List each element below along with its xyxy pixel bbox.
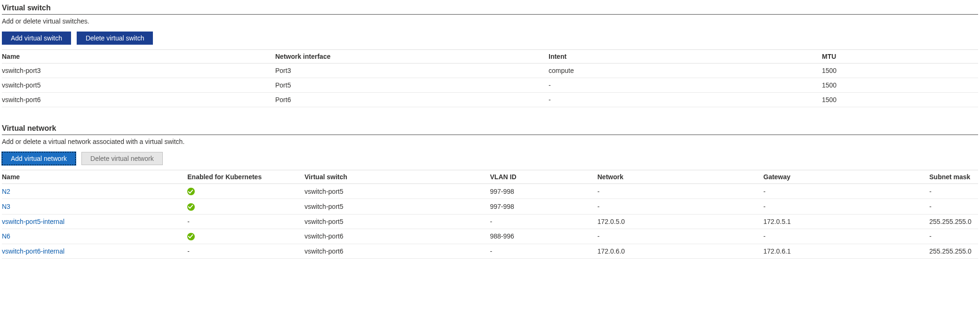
cell-vlan: 988-996: [490, 229, 598, 244]
virtual-switch-table: Name Network interface Intent MTU vswitc…: [2, 49, 978, 107]
virtual-network-link[interactable]: vswitch-port5-internal: [2, 218, 64, 225]
virtual-switch-button-row: Add virtual switch Delete virtual switch: [2, 32, 978, 45]
col-header-name[interactable]: Name: [2, 50, 275, 64]
cell-vlan: -: [490, 244, 598, 258]
col-header-net[interactable]: Network: [598, 170, 764, 184]
virtual-network-title: Virtual network: [2, 124, 978, 135]
cell-gw: -: [764, 184, 930, 199]
virtual-switch-section: Virtual switch Add or delete virtual swi…: [2, 4, 978, 107]
cell-mtu: 1500: [822, 93, 978, 107]
cell-mask: 255.255.255.0: [929, 244, 978, 258]
virtual-network-section: Virtual network Add or delete a virtual …: [2, 124, 978, 259]
col-header-name[interactable]: Name: [2, 170, 187, 184]
virtual-network-desc: Add or delete a virtual network associat…: [2, 138, 978, 145]
cell-mask: 255.255.255.0: [929, 214, 978, 229]
delete-virtual-network-button: Delete virtual network: [81, 152, 163, 165]
cell-intent: -: [549, 78, 822, 93]
virtual-network-link[interactable]: N3: [2, 203, 10, 210]
table-row[interactable]: N6 vswitch-port6 988-996 - - -: [2, 229, 978, 244]
cell-vlan: 997-998: [490, 199, 598, 214]
virtual-switch-title: Virtual switch: [2, 4, 978, 15]
cell-vs: vswitch-port6: [304, 244, 490, 258]
table-row[interactable]: N2 vswitch-port5 997-998 - - -: [2, 184, 978, 199]
cell-nif: Port3: [275, 64, 549, 78]
cell-k8s: -: [187, 244, 304, 258]
cell-mask: -: [929, 229, 978, 244]
cell-gw: 172.0.5.1: [764, 214, 930, 229]
cell-mtu: 1500: [822, 64, 978, 78]
cell-net: 172.0.5.0: [598, 214, 764, 229]
check-circle-icon: [187, 233, 195, 240]
virtual-switch-desc: Add or delete virtual switches.: [2, 17, 978, 25]
cell-name: vswitch-port6: [2, 93, 275, 107]
cell-vlan: 997-998: [490, 184, 598, 199]
cell-net: -: [598, 229, 764, 244]
cell-k8s: -: [187, 214, 304, 229]
cell-gw: 172.0.6.1: [764, 244, 930, 258]
table-row[interactable]: vswitch-port3 Port3 compute 1500: [2, 64, 978, 78]
cell-nif: Port5: [275, 78, 549, 93]
col-header-intent[interactable]: Intent: [549, 50, 822, 64]
col-header-mtu[interactable]: MTU: [822, 50, 978, 64]
cell-name: vswitch-port3: [2, 64, 275, 78]
cell-mtu: 1500: [822, 78, 978, 93]
cell-mask: -: [929, 184, 978, 199]
col-header-vlan[interactable]: VLAN ID: [490, 170, 598, 184]
virtual-network-link[interactable]: vswitch-port6-internal: [2, 247, 64, 255]
cell-nif: Port6: [275, 93, 549, 107]
cell-vs: vswitch-port5: [304, 199, 490, 214]
cell-net: -: [598, 199, 764, 214]
virtual-network-button-row: Add virtual network Delete virtual netwo…: [2, 152, 978, 165]
virtual-network-link[interactable]: N6: [2, 232, 10, 240]
cell-vs: vswitch-port5: [304, 184, 490, 199]
col-header-vs[interactable]: Virtual switch: [304, 170, 490, 184]
cell-vlan: -: [490, 214, 598, 229]
add-virtual-switch-button[interactable]: Add virtual switch: [2, 32, 71, 45]
virtual-network-link[interactable]: N2: [2, 188, 10, 195]
cell-gw: -: [764, 199, 930, 214]
table-row[interactable]: vswitch-port5 Port5 - 1500: [2, 78, 978, 93]
col-header-gw[interactable]: Gateway: [764, 170, 930, 184]
col-header-nif[interactable]: Network interface: [275, 50, 549, 64]
cell-name: vswitch-port5: [2, 78, 275, 93]
col-header-mask[interactable]: Subnet mask: [929, 170, 978, 184]
cell-intent: compute: [549, 64, 822, 78]
table-row[interactable]: vswitch-port6 Port6 - 1500: [2, 93, 978, 107]
table-row[interactable]: N3 vswitch-port5 997-998 - - -: [2, 199, 978, 214]
table-row[interactable]: vswitch-port6-internal - vswitch-port6 -…: [2, 244, 978, 258]
cell-vs: vswitch-port6: [304, 229, 490, 244]
cell-net: -: [598, 184, 764, 199]
delete-virtual-switch-button[interactable]: Delete virtual switch: [77, 32, 153, 45]
col-header-k8s[interactable]: Enabled for Kubernetes: [187, 170, 304, 184]
cell-intent: -: [549, 93, 822, 107]
table-row[interactable]: vswitch-port5-internal - vswitch-port5 -…: [2, 214, 978, 229]
cell-vs: vswitch-port5: [304, 214, 490, 229]
cell-net: 172.0.6.0: [598, 244, 764, 258]
add-virtual-network-button[interactable]: Add virtual network: [2, 152, 76, 165]
check-circle-icon: [187, 188, 195, 195]
check-circle-icon: [187, 203, 195, 211]
cell-mask: -: [929, 199, 978, 214]
virtual-network-table: Name Enabled for Kubernetes Virtual swit…: [2, 170, 978, 259]
cell-gw: -: [764, 229, 930, 244]
